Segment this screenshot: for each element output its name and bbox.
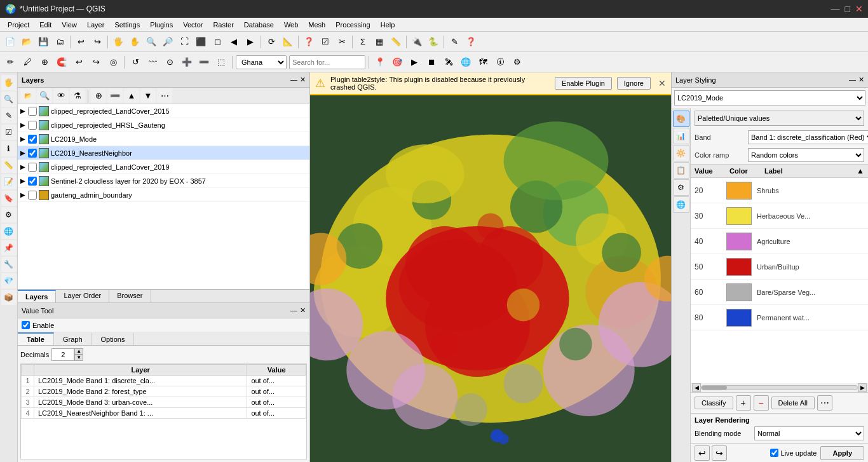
hscroll-right-arrow[interactable]: ▶ [858,383,867,392]
legend-color-swatch[interactable] [726,283,752,301]
styling-icon-exposure[interactable]: 🔆 [673,145,689,161]
blending-select[interactable]: Normal [754,426,864,440]
globe-button[interactable]: 🌐 [458,55,473,70]
menu-help[interactable]: Help [376,20,400,30]
legend-horizontal-scroll[interactable]: ◀ ▶ [691,383,868,392]
pan-to-location-button[interactable]: 📍 [372,55,388,70]
styling-layer-select[interactable]: LC2019_Mode [674,90,865,105]
vtab-table[interactable]: Table [18,332,54,345]
zoom-out-button[interactable]: 🔎 [160,34,175,50]
layers-more-button[interactable]: ⋯ [157,88,172,104]
value-tool-collapse[interactable]: — [290,306,297,315]
legend-scroll-up[interactable]: ▲ [857,166,864,175]
left-icon-annotate[interactable]: 📝 [1,174,17,189]
add-class-button[interactable]: + [736,395,751,411]
pan-button[interactable]: 🖐 [111,34,126,50]
menu-vector[interactable]: Vector [178,20,208,30]
layer-expand-btn[interactable]: ▶ [20,177,28,185]
spin-down[interactable]: ▼ [74,355,83,361]
merge-features-button[interactable]: ⬚ [214,55,229,70]
tab-browser[interactable]: Browser [109,290,151,302]
tab-layers[interactable]: Layers [18,290,56,302]
spin-up[interactable]: ▲ [74,348,83,355]
styling-icon-chart[interactable]: 📊 [673,128,689,144]
left-icon-select[interactable]: ☑ [1,125,17,140]
left-icon-plugin5[interactable]: 💎 [1,273,17,289]
layer-visibility-checkbox[interactable] [28,191,37,200]
edit-pencil-button[interactable]: ✏ [3,55,18,70]
layers-add-button[interactable]: ⊕ [91,88,106,104]
help-button[interactable]: ❓ [463,34,478,50]
digitize-button[interactable]: 🖊 [20,55,35,70]
stats-button[interactable]: ▦ [372,34,387,50]
layers-remove-button[interactable]: ➖ [107,88,123,104]
zoom-in-button[interactable]: 🔍 [144,34,159,50]
layer-item[interactable]: ▶clipped_reprojected_LandCover_2019 [18,160,309,174]
refresh-button[interactable]: ⟳ [264,34,279,50]
ignore-plugin-button[interactable]: Ignore [617,77,651,90]
legend-color-swatch[interactable] [726,207,752,225]
undo2-button[interactable]: ↩ [71,55,86,70]
identify-button[interactable]: ❓ [301,34,316,50]
menu-mesh[interactable]: Mesh [303,20,330,30]
color-ramp-select[interactable]: Random colors [748,148,864,162]
zoom-full-button[interactable]: ⛶ [177,34,192,50]
new-project-button[interactable]: 📄 [3,34,18,50]
gpx-button[interactable]: 🛰 [441,55,456,70]
simplify-button[interactable]: 〰 [145,55,160,70]
map-canvas[interactable] [310,95,671,462]
menu-layer[interactable]: Layer [82,20,110,30]
undo-style-button[interactable]: ↩ [695,445,710,461]
value-tool-close[interactable]: ✕ [300,306,306,315]
legend-row[interactable]: 50Urban/Builtup [691,254,868,280]
layer-item[interactable]: ▶clipped_reprojected_HRSL_Gauteng [18,118,309,132]
hscroll-left-arrow[interactable]: ◀ [692,383,701,392]
left-icon-identify[interactable]: ℹ [1,141,17,156]
left-icon-plugin2[interactable]: 🌐 [1,224,17,239]
layer-item[interactable]: ▶LC2019_NearestNeighbor [18,146,309,160]
add-ring-button[interactable]: ⊙ [162,55,177,70]
styling-collapse[interactable]: — [849,76,856,84]
rotate-button[interactable]: ↺ [128,55,143,70]
menu-plugins[interactable]: Plugins [145,20,178,30]
tile-scale-button[interactable]: 📐 [280,34,295,50]
legend-scroll-area[interactable]: 20Shrubs30Herbaceous Ve...40Agriculture5… [691,178,868,383]
deselect-button[interactable]: ✂ [334,34,349,50]
layer-expand-btn[interactable]: ▶ [20,107,28,115]
styling-icon-globe[interactable]: 🌐 [673,196,689,213]
legend-color-swatch[interactable] [726,309,752,327]
legend-row[interactable]: 60Bare/Sparse Veg... [691,280,868,305]
enable-plugin-button[interactable]: Enable Plugin [555,77,612,90]
tab-layer-order[interactable]: Layer Order [56,290,109,302]
zoom-layer-button[interactable]: ⬛ [193,34,208,50]
remove-class-button[interactable]: − [754,395,769,411]
left-icon-pan[interactable]: 🖐 [1,75,17,90]
layer-visibility-checkbox[interactable] [28,121,37,130]
decimals-input[interactable] [51,348,74,361]
pan-map-button[interactable]: ✋ [127,34,142,50]
legend-row[interactable]: 20Shrubs [691,178,868,203]
redo-button[interactable]: ↪ [90,34,105,50]
zoom-next-button[interactable]: ▶ [243,34,258,50]
legend-color-swatch[interactable] [726,258,752,276]
save-project-button[interactable]: 💾 [36,34,51,50]
map-button[interactable]: 🗺 [475,55,491,70]
legend-color-swatch[interactable] [726,233,752,250]
layers-open-button[interactable]: 📂 [20,88,36,104]
zoom-selection-button[interactable]: ◻ [210,34,225,50]
left-icon-plugin3[interactable]: 📌 [1,240,17,255]
left-icon-plugin6[interactable]: 📦 [1,290,17,305]
plugin-bar-close[interactable]: ✕ [658,78,666,88]
run-script-button[interactable]: ▶ [407,55,422,70]
location-combo[interactable]: Ghana [236,55,287,69]
settings2-button[interactable]: ⚙ [510,55,525,70]
left-icon-plugin4[interactable]: 🔧 [1,257,17,272]
vtab-options[interactable]: Options [92,332,135,345]
layer-visibility-checkbox[interactable] [28,177,37,186]
enable-checkbox[interactable] [22,321,30,329]
layers-visibility-button[interactable]: 👁 [53,88,69,104]
layer-item[interactable]: ▶LC2019_Mode [18,132,309,146]
redo2-button[interactable]: ↪ [88,55,104,70]
measure-button[interactable]: 📏 [388,34,403,50]
menu-raster[interactable]: Raster [208,20,238,30]
